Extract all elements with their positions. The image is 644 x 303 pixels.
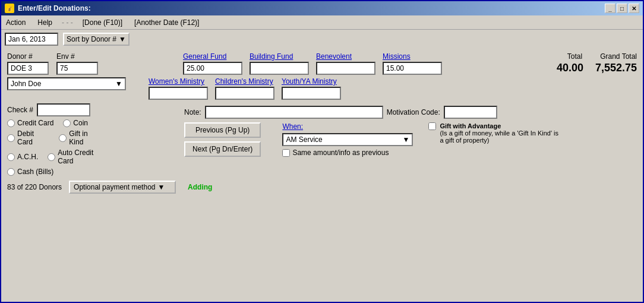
youth-fund-link[interactable]: Youth/YA Ministry [282, 77, 341, 86]
donor-count: 83 of 220 Donors [7, 183, 62, 191]
credit-card-radio[interactable] [7, 119, 15, 127]
general-fund-cell: General Fund [183, 52, 242, 75]
grand-total-value: 7,552.75 [595, 62, 637, 74]
radio-auto-credit[interactable]: Auto Credit Card [48, 149, 102, 165]
service-arrow-icon: ▼ [402, 135, 409, 144]
radio-coin[interactable]: Coin [63, 119, 88, 127]
maximize-button[interactable]: □ [617, 4, 627, 13]
when-label: When: [282, 122, 413, 131]
note-row: Note: Motivation Code: [184, 106, 637, 119]
donor-field[interactable] [7, 62, 49, 75]
window-title: Enter/Edit Donations: [18, 4, 91, 12]
title-bar-left: 💰 Enter/Edit Donations: [5, 4, 91, 13]
menu-action[interactable]: Action [4, 17, 28, 28]
coin-radio[interactable] [63, 119, 71, 127]
total-value: 40.00 [557, 62, 583, 74]
same-amount-checkbox[interactable]: Same amount/info as previous [282, 149, 413, 157]
gift-advantage: Gift with Advantage (Is a gift of money,… [428, 122, 559, 144]
cash-radio[interactable] [7, 168, 15, 176]
donor-name-text: John Doe [11, 80, 41, 88]
gift-advantage-description: (Is a gift of money, while a 'Gift In Ki… [440, 130, 558, 144]
ach-label: A.C.H. [17, 153, 38, 161]
youth-fund-input[interactable] [282, 87, 341, 100]
missions-fund-input[interactable] [383, 62, 442, 75]
donor-name-select[interactable]: John Doe ▼ [7, 77, 126, 90]
motivation-input[interactable] [444, 106, 497, 119]
gift-in-kind-label: Gift in Kind [69, 130, 102, 146]
optional-dropdown[interactable]: Optional payment method ▼ [69, 181, 176, 194]
service-text: AM Service [286, 135, 322, 144]
benevolent-fund-input[interactable] [316, 62, 375, 75]
title-buttons: _ □ ✕ [605, 4, 639, 13]
building-fund-cell: Building Fund [250, 52, 309, 75]
when-section: When: AM Service ▼ Same amount/info as p… [282, 122, 413, 157]
gift-in-kind-radio[interactable] [59, 134, 67, 142]
childrens-fund-input[interactable] [215, 87, 274, 100]
debit-card-radio[interactable] [7, 134, 15, 142]
general-fund-link[interactable]: General Fund [183, 52, 242, 61]
radio-gift-in-kind[interactable]: Gift in Kind [59, 130, 102, 146]
coin-label: Coin [73, 119, 88, 127]
radio-row-2: Debit Card Gift in Kind [7, 130, 102, 146]
optional-arrow-icon: ▼ [157, 183, 165, 191]
general-fund-input[interactable] [183, 62, 242, 75]
auto-credit-label: Auto Credit Card [58, 149, 102, 165]
menu-separator: - - - [62, 18, 73, 27]
radio-row-4: Cash (Bills) [7, 168, 102, 176]
app-icon: 💰 [5, 4, 14, 13]
main-window: 💰 Enter/Edit Donations: _ □ ✕ Action Hel… [0, 0, 644, 303]
check-field[interactable] [37, 103, 90, 116]
donor-name-arrow-icon: ▼ [115, 80, 122, 88]
grand-total-label: Grand Total [600, 52, 637, 61]
same-amount-check[interactable] [282, 149, 290, 157]
radio-row-1: Credit Card Coin [7, 119, 102, 127]
radio-credit-card[interactable]: Credit Card [7, 119, 53, 127]
same-amount-label: Same amount/info as previous [292, 149, 389, 157]
adding-status: Adding [188, 183, 212, 191]
missions-fund-cell: Missions [383, 52, 442, 75]
toolbar: Sort by Donor # ▼ [1, 30, 643, 49]
previous-button[interactable]: Previous (Pg Up) [184, 122, 261, 138]
womens-fund-cell: Women's Ministry [149, 77, 208, 100]
menu-another-date[interactable]: [Another Date (F12)] [132, 17, 201, 28]
menu-bar: Action Help - - - [Done (F10)] [Another … [1, 15, 643, 30]
donor-env-row: Donor # Env # General Fund Building Fund [7, 52, 637, 75]
env-field[interactable] [56, 62, 98, 75]
childrens-fund-cell: Children's Ministry [215, 77, 274, 100]
cash-label: Cash (Bills) [17, 168, 53, 176]
gift-advantage-check[interactable] [428, 122, 436, 130]
name-funds-row: John Doe ▼ Women's Ministry Children's M… [7, 77, 637, 100]
womens-fund-input[interactable] [149, 87, 208, 100]
radio-cash[interactable]: Cash (Bills) [7, 168, 53, 176]
auto-credit-radio[interactable] [48, 153, 55, 161]
optional-label: Optional payment method [74, 183, 155, 191]
date-field[interactable] [5, 33, 58, 46]
donor-label: Donor # [7, 52, 52, 61]
childrens-fund-link[interactable]: Children's Ministry [215, 77, 274, 86]
benevolent-fund-cell: Benevolent [316, 52, 375, 75]
content-area: Donor # Env # General Fund Building Fund [1, 49, 643, 302]
menu-help[interactable]: Help [35, 17, 55, 28]
radio-debit-card[interactable]: Debit Card [7, 130, 49, 146]
sort-arrow-icon: ▼ [119, 35, 126, 43]
menu-done[interactable]: [Done (F10)] [80, 17, 125, 28]
sort-dropdown[interactable]: Sort by Donor # ▼ [63, 33, 130, 46]
minimize-button[interactable]: _ [605, 4, 615, 13]
note-input[interactable] [205, 106, 383, 119]
title-bar: 💰 Enter/Edit Donations: _ □ ✕ [1, 1, 643, 15]
radio-ach[interactable]: A.C.H. [7, 153, 38, 161]
bottom-row: 83 of 220 Donors Optional payment method… [7, 181, 637, 194]
close-button[interactable]: ✕ [629, 4, 639, 13]
service-dropdown[interactable]: AM Service ▼ [282, 133, 413, 146]
building-fund-input[interactable] [250, 62, 309, 75]
womens-fund-link[interactable]: Women's Ministry [149, 77, 208, 86]
ach-radio[interactable] [7, 153, 15, 161]
next-button[interactable]: Next (Pg Dn/Enter) [184, 141, 261, 157]
benevolent-fund-link[interactable]: Benevolent [316, 52, 375, 61]
youth-fund-cell: Youth/YA Ministry [282, 77, 341, 100]
debit-card-label: Debit Card [17, 130, 49, 146]
gift-advantage-section: Gift with Advantage (Is a gift of money,… [428, 122, 559, 144]
missions-fund-link[interactable]: Missions [383, 52, 442, 61]
building-fund-link[interactable]: Building Fund [250, 52, 309, 61]
note-label: Note: [184, 108, 201, 116]
